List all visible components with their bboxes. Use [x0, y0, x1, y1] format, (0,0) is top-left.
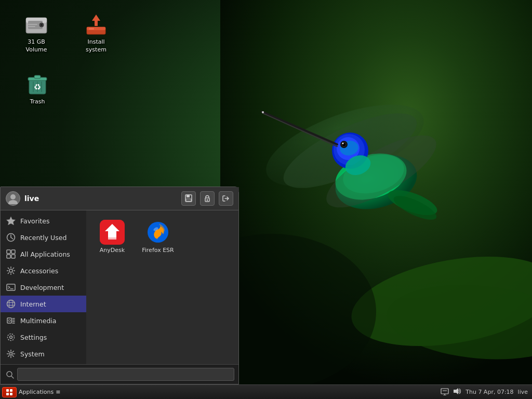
trash-icon-label: Trash — [30, 98, 45, 105]
install-icon-label-line1: Install — [87, 38, 104, 45]
save-session-button[interactable] — [181, 191, 196, 206]
svg-marker-96 — [454, 388, 458, 394]
user-avatar — [6, 191, 20, 206]
sidebar-item-internet[interactable]: Internet — [1, 296, 86, 312]
svg-rect-55 — [7, 255, 10, 258]
sidebar-item-system[interactable]: System — [1, 345, 86, 362]
svg-rect-46 — [186, 199, 191, 201]
svg-line-87 — [11, 376, 14, 378]
multimedia-label: Multimedia — [20, 317, 57, 325]
apps-menu-icon: ≡ — [56, 389, 60, 395]
menu-arrow — [234, 187, 239, 192]
sidebar-item-development[interactable]: Development — [1, 279, 86, 296]
network-icon[interactable] — [441, 387, 449, 397]
sidebar-item-settings[interactable]: Settings — [1, 329, 86, 345]
application-menu: live — [0, 187, 239, 384]
menu-search-bar — [1, 364, 238, 384]
svg-line-64 — [13, 268, 15, 269]
sidebar-item-favorites[interactable]: Favorites — [1, 212, 86, 229]
all-applications-icon — [6, 249, 16, 259]
svg-point-57 — [9, 269, 12, 272]
svg-point-68 — [7, 300, 15, 308]
menu-user-section: live — [6, 191, 39, 206]
volume-icon-label-line2: Volume — [26, 46, 47, 53]
taskbar: Applications ≡ — [0, 384, 532, 399]
svg-line-65 — [8, 273, 9, 274]
internet-label: Internet — [20, 300, 46, 308]
svg-marker-33 — [92, 15, 100, 26]
menu-header-actions — [181, 191, 233, 206]
sidebar-item-all-applications[interactable]: All Applications — [1, 246, 86, 262]
svg-point-79 — [8, 334, 15, 341]
svg-rect-45 — [187, 195, 190, 197]
svg-point-48 — [207, 200, 208, 201]
anydesk-label: AnyDesk — [100, 247, 125, 254]
system-label: System — [20, 350, 45, 358]
all-applications-label: All Applications — [20, 250, 70, 258]
svg-rect-91 — [10, 393, 12, 395]
volume-icon — [24, 12, 49, 37]
datetime-label: Thu 7 Apr, 07:18 — [466, 389, 513, 395]
svg-rect-88 — [6, 389, 9, 392]
svg-line-52 — [11, 237, 13, 239]
sidebar-item-recently-used[interactable]: Recently Used — [1, 229, 86, 246]
desktop-icon-volume[interactable]: 31 GB Volume — [16, 10, 57, 55]
firefox-label: Firefox ESR — [142, 247, 174, 254]
menu-header: live — [1, 187, 238, 210]
svg-rect-34 — [89, 28, 94, 30]
svg-point-69 — [9, 300, 13, 308]
taskbar-username: live — [518, 389, 528, 395]
svg-rect-90 — [6, 393, 9, 395]
username-label: live — [24, 194, 39, 203]
svg-point-12 — [262, 111, 264, 113]
multimedia-icon — [6, 315, 16, 326]
install-icon — [84, 12, 109, 37]
trash-icon: ♻ — [25, 72, 50, 97]
svg-point-28 — [41, 24, 43, 26]
svg-point-42 — [10, 194, 16, 200]
svg-rect-54 — [11, 250, 15, 254]
svg-rect-89 — [10, 389, 12, 392]
apps-text: Applications — [19, 389, 54, 395]
system-icon — [6, 349, 16, 359]
menu-sidebar: Favorites Recently Used — [1, 210, 86, 364]
hummingbird-decoration — [220, 0, 532, 384]
internet-icon — [6, 299, 16, 309]
desktop-icon-trash[interactable]: ♻ Trash — [17, 70, 58, 107]
svg-point-78 — [10, 336, 12, 339]
app-firefox[interactable]: Firefox ESR — [137, 216, 179, 258]
svg-rect-29 — [28, 24, 37, 25]
search-input[interactable] — [17, 368, 234, 381]
taskbar-menu-button[interactable] — [2, 387, 17, 397]
favorites-label: Favorites — [20, 217, 49, 225]
search-icon — [5, 369, 15, 380]
accessories-label: Accessories — [20, 267, 58, 275]
desktop-icon-install[interactable]: Install system — [75, 10, 117, 55]
sidebar-item-multimedia[interactable]: Multimedia — [1, 312, 86, 329]
taskbar-apps-label[interactable]: Applications ≡ — [19, 389, 60, 395]
taskbar-left: Applications ≡ — [0, 387, 60, 397]
svg-point-43 — [8, 200, 18, 204]
recently-used-label: Recently Used — [20, 234, 66, 242]
svg-rect-83 — [108, 237, 116, 240]
accessories-icon — [6, 265, 16, 276]
install-icon-label-line2: system — [86, 46, 107, 53]
firefox-icon — [145, 220, 170, 245]
svg-rect-66 — [7, 284, 15, 290]
svg-line-63 — [13, 273, 15, 274]
menu-body: Favorites Recently Used — [1, 210, 238, 364]
svg-rect-72 — [7, 318, 11, 323]
svg-rect-30 — [28, 26, 35, 27]
svg-rect-37 — [34, 75, 41, 78]
volume-taskbar-icon[interactable] — [453, 387, 461, 397]
volume-icon-label-line1: 31 GB — [28, 38, 45, 45]
app-anydesk[interactable]: AnyDesk — [91, 216, 133, 258]
menu-content-area: AnyDesk F — [86, 210, 238, 364]
logout-button[interactable] — [219, 191, 233, 206]
settings-label: Settings — [20, 334, 47, 341]
svg-rect-92 — [441, 389, 448, 394]
lock-screen-button[interactable] — [200, 191, 215, 206]
svg-point-16 — [342, 143, 344, 144]
sidebar-item-accessories[interactable]: Accessories — [1, 262, 86, 279]
recently-used-icon — [6, 232, 16, 243]
